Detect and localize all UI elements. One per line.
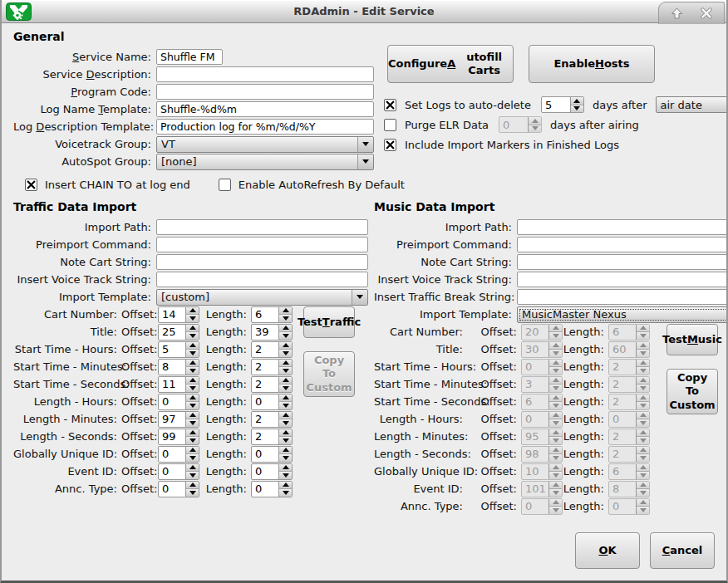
- traffic-cart-number-length-spinbox-value[interactable]: 6: [252, 307, 278, 322]
- music-start-time-seconds-length-spinbox-value[interactable]: 2: [609, 394, 636, 409]
- combo-arrow-button[interactable]: [357, 154, 373, 169]
- spin-down-button[interactable]: [279, 454, 292, 462]
- spin-up-button[interactable]: [279, 447, 292, 455]
- auto-delete-days-spinbox[interactable]: 5: [541, 96, 584, 113]
- traffic-event-id-length-spinbox[interactable]: 0: [251, 463, 293, 480]
- traffic-note-cart-string-input[interactable]: [156, 254, 368, 270]
- traffic-annc-type-length-spinbox-value[interactable]: 0: [252, 482, 278, 497]
- music-length-hours-length-spinbox[interactable]: 0: [608, 411, 650, 428]
- spin-down-button[interactable]: [279, 472, 292, 479]
- spin-up-button[interactable]: [637, 447, 649, 455]
- spin-down-button[interactable]: [549, 350, 562, 357]
- spin-up-button[interactable]: [637, 325, 649, 333]
- traffic-length-seconds-length-spinbox-value[interactable]: 2: [252, 429, 278, 444]
- traffic-title-length-spinbox[interactable]: 39: [251, 324, 293, 340]
- music-event-id-offset-spinbox-value[interactable]: 101: [522, 482, 548, 497]
- combo-arrow-button[interactable]: [352, 290, 367, 305]
- music-start-time-hours-length-spinbox-value[interactable]: 2: [609, 360, 636, 375]
- purge-elr-days-spinbox[interactable]: 0: [499, 116, 542, 133]
- traffic-globally-unique-id-length-spinbox[interactable]: 0: [251, 446, 293, 463]
- spin-up-button[interactable]: [637, 377, 649, 385]
- ok-button[interactable]: OK: [575, 532, 640, 569]
- spin-down-button[interactable]: [549, 385, 562, 392]
- traffic-globally-unique-id-offset-spinbox[interactable]: 0: [158, 446, 199, 463]
- traffic-annc-type-offset-spinbox[interactable]: 0: [158, 481, 199, 497]
- music-event-id-length-spinbox[interactable]: 8: [608, 481, 650, 497]
- auto-delete-reference-combo[interactable]: air date: [656, 96, 728, 113]
- music-start-time-seconds-offset-spinbox[interactable]: 6: [521, 394, 563, 410]
- purge-elr-days-value[interactable]: 0: [499, 117, 528, 132]
- spin-down-button[interactable]: [279, 437, 292, 444]
- spin-down-button[interactable]: [637, 507, 649, 514]
- spin-down-button[interactable]: [186, 489, 199, 497]
- traffic-length-seconds-offset-spinbox-value[interactable]: 99: [159, 429, 185, 444]
- traffic-title-length-spinbox-value[interactable]: 39: [252, 325, 278, 340]
- music-import-path-input[interactable]: [517, 219, 728, 235]
- spin-down-button[interactable]: [637, 350, 649, 357]
- music-start-time-minutes-length-spinbox-value[interactable]: 2: [609, 377, 636, 392]
- include-import-markers-checkbox[interactable]: [384, 139, 396, 151]
- spin-down-button[interactable]: [529, 125, 541, 133]
- spin-up-button[interactable]: [637, 394, 649, 403]
- music-length-hours-length-spinbox-value[interactable]: 0: [609, 412, 636, 427]
- spin-down-button[interactable]: [279, 367, 292, 375]
- music-event-id-offset-spinbox[interactable]: 101: [521, 481, 563, 497]
- autospot-group-combo[interactable]: [none]: [156, 154, 374, 170]
- music-insert-voice-track-string-input[interactable]: [517, 272, 728, 287]
- music-title-length-spinbox[interactable]: 60: [608, 341, 650, 358]
- spin-down-button[interactable]: [186, 419, 199, 427]
- spin-down-button[interactable]: [637, 419, 649, 427]
- traffic-length-seconds-offset-spinbox[interactable]: 99: [158, 429, 199, 445]
- traffic-start-time-minutes-length-spinbox-value[interactable]: 2: [252, 360, 278, 375]
- traffic-start-time-minutes-offset-spinbox-value[interactable]: 8: [159, 360, 185, 375]
- spin-up-button[interactable]: [186, 307, 199, 316]
- configure-autofill-carts-button[interactable]: Configure Autofill Carts: [387, 45, 514, 83]
- music-start-time-seconds-offset-spinbox-value[interactable]: 6: [522, 394, 548, 409]
- spin-up-button[interactable]: [186, 464, 199, 473]
- music-start-time-minutes-length-spinbox[interactable]: 2: [608, 376, 650, 393]
- service-name-input[interactable]: [156, 49, 223, 65]
- spin-down-button[interactable]: [186, 350, 199, 357]
- traffic-event-id-offset-spinbox-value[interactable]: 0: [159, 464, 185, 479]
- traffic-start-time-minutes-offset-spinbox[interactable]: 8: [158, 359, 199, 375]
- spin-down-button[interactable]: [279, 385, 292, 392]
- music-globally-unique-id-offset-spinbox[interactable]: 10: [521, 463, 563, 480]
- spin-down-button[interactable]: [186, 402, 199, 409]
- music-start-time-minutes-offset-spinbox-value[interactable]: 3: [522, 377, 548, 392]
- spin-down-button[interactable]: [549, 454, 562, 462]
- spin-up-button[interactable]: [549, 447, 562, 455]
- spin-down-button[interactable]: [637, 454, 649, 462]
- spin-down-button[interactable]: [637, 472, 649, 479]
- spin-down-button[interactable]: [186, 315, 199, 322]
- spin-up-button[interactable]: [549, 482, 562, 490]
- traffic-length-hours-offset-spinbox[interactable]: 0: [158, 394, 199, 410]
- music-import-template-combo[interactable]: MusicMaster Nexus: [517, 306, 728, 323]
- spin-up-button[interactable]: [279, 464, 292, 473]
- traffic-length-seconds-length-spinbox[interactable]: 2: [251, 429, 293, 445]
- music-annc-type-offset-spinbox-value[interactable]: 0: [522, 499, 548, 514]
- traffic-length-minutes-length-spinbox[interactable]: 2: [251, 411, 293, 428]
- spin-up-button[interactable]: [549, 499, 562, 507]
- traffic-length-minutes-offset-spinbox-value[interactable]: 97: [159, 412, 185, 427]
- spin-up-button[interactable]: [549, 325, 562, 333]
- test-traffic-button[interactable]: Test Traffic: [303, 306, 355, 338]
- close-window-button[interactable]: [699, 6, 714, 21]
- titlebar[interactable]: RDAdmin - Edit Service: [2, 0, 726, 23]
- music-cart-number-length-spinbox[interactable]: 6: [608, 324, 650, 340]
- log-description-template-input[interactable]: [156, 119, 374, 135]
- spin-down-button[interactable]: [637, 437, 649, 444]
- enable-hosts-button[interactable]: Enable Hosts: [529, 45, 655, 83]
- spin-up-button[interactable]: [279, 412, 292, 420]
- music-length-seconds-offset-spinbox[interactable]: 98: [521, 446, 563, 463]
- spin-down-button[interactable]: [549, 402, 562, 409]
- music-insert-traffic-break-string-input[interactable]: [517, 289, 728, 305]
- spin-up-button[interactable]: [279, 342, 292, 350]
- traffic-length-hours-length-spinbox[interactable]: 0: [251, 394, 293, 410]
- traffic-event-id-offset-spinbox[interactable]: 0: [158, 463, 199, 480]
- traffic-annc-type-offset-spinbox-value[interactable]: 0: [159, 482, 185, 497]
- music-start-time-minutes-offset-spinbox[interactable]: 3: [521, 376, 563, 393]
- traffic-globally-unique-id-offset-spinbox-value[interactable]: 0: [159, 447, 185, 462]
- spin-down-button[interactable]: [571, 105, 583, 113]
- music-title-offset-spinbox-value[interactable]: 30: [522, 342, 548, 357]
- music-length-seconds-offset-spinbox-value[interactable]: 98: [522, 447, 548, 462]
